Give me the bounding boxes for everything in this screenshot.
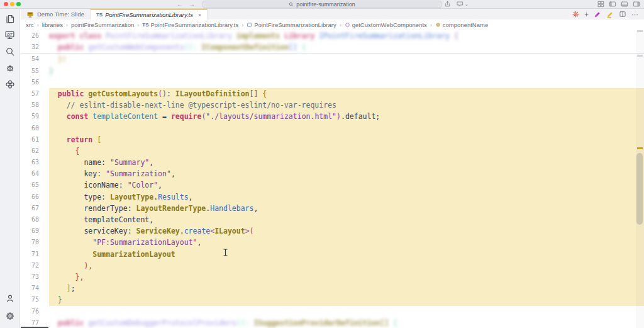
line-content: }) [49, 54, 644, 65]
code-line-66[interactable]: 66 type: LayoutType.Results, [21, 191, 644, 203]
code-line-70[interactable]: 70 "PF:SummarizationLayout", [21, 237, 644, 248]
settings-gear-icon[interactable] [4, 310, 15, 321]
line-number: 69 [21, 225, 49, 237]
line-number: 74 [21, 283, 49, 294]
code-line-61[interactable]: 61 return [ [21, 134, 644, 145]
breadcrumb-item[interactable]: libraries [42, 21, 63, 28]
line-number: 64 [21, 168, 49, 179]
scrollbar-thumb[interactable] [636, 153, 643, 225]
editor-scrollbar[interactable] [636, 30, 644, 328]
line-number: 71 [21, 249, 49, 260]
code-line-72[interactable]: 72 ), [21, 260, 644, 271]
svg-text:DT: DT [8, 33, 13, 37]
line-content: serviceKey: ServiceKey.create<ILayout>( [49, 225, 644, 237]
line-content: public getCustomWebComponents(): ICompon… [49, 42, 644, 53]
extensions-icon[interactable] [4, 79, 15, 89]
feedback-icon[interactable]: ⌄ [456, 1, 469, 8]
code-line-32[interactable]: 32 public getCustomWebComponents(): ICom… [21, 42, 644, 53]
line-content: renderType: LayoutRenderType.Handlebars, [49, 203, 644, 214]
grid-layout-icon[interactable] [597, 1, 604, 8]
code-line-63[interactable]: 63 name: "Summary", [21, 157, 644, 168]
line-number: 67 [21, 203, 49, 214]
breadcrumb-separator: › [37, 22, 39, 28]
code-line-77[interactable]: 77 public getCustomDebuggerProtocolProvi… [21, 317, 644, 328]
line-content [49, 77, 644, 88]
tab-label: PointFireSummarizationLibrary.ts [105, 11, 193, 18]
code-line-62[interactable]: 62 { [21, 145, 644, 157]
share-icon[interactable] [444, 1, 451, 8]
code-line-65[interactable]: 65 iconName: "Color", [21, 179, 644, 191]
account-icon[interactable] [4, 293, 15, 303]
editor-tab-inactive[interactable]: Demo Time: Slide [21, 9, 91, 20]
code-line-68[interactable]: 68 templateContent, [21, 214, 644, 225]
line-number: 26 [21, 30, 49, 42]
forward-icon[interactable]: → [189, 1, 195, 8]
line-content: // eslint-disable-next-line @typescript-… [49, 99, 644, 111]
code-line-60[interactable]: 60 [21, 123, 644, 134]
code-line-67[interactable]: 67 renderType: LayoutRenderType.Handleba… [21, 203, 644, 214]
code-line-57[interactable]: 57 public getCustomLayouts(): ILayoutDef… [21, 88, 644, 99]
code-line-73[interactable]: 73 }, [21, 271, 644, 283]
layout-sidebar-right-icon[interactable] [633, 1, 640, 8]
code-line-76[interactable]: 76 [21, 306, 644, 317]
highlight-purple-icon[interactable] [594, 11, 601, 18]
split-editor-icon[interactable] [619, 11, 626, 18]
explorer-icon[interactable] [4, 13, 15, 24]
editor-tab-active[interactable]: TSPointFireSummarizationLibrary.ts× [91, 9, 208, 20]
code-line-74[interactable]: 74 ]; [21, 283, 644, 294]
debug-icon[interactable] [4, 62, 15, 73]
line-content [49, 123, 644, 134]
line-number: 75 [21, 294, 49, 305]
layout-panel-icon[interactable] [621, 1, 628, 8]
line-content: { [49, 145, 644, 157]
code-line-55[interactable]: 55} [21, 65, 644, 77]
line-content: public getCustomDebuggerProtocolProvider… [49, 317, 644, 328]
breadcrumb-item[interactable]: getCustomWebComponents [345, 21, 427, 28]
line-number: 68 [21, 214, 49, 225]
breadcrumb-item[interactable]: src [26, 21, 34, 28]
minimize-window-button[interactable] [10, 2, 14, 6]
line-number: 73 [21, 271, 49, 283]
layout-sidebar-left-icon[interactable] [609, 1, 616, 8]
code-line-54[interactable]: 54 }) [21, 54, 644, 65]
code-line-58[interactable]: 58 // eslint-disable-next-line @typescri… [21, 99, 644, 111]
code-line-59[interactable]: 59 const templateContent = require("./la… [21, 111, 644, 122]
mouse-ibeam-cursor [223, 247, 228, 259]
tab-label: Demo Time: Slide [37, 11, 84, 18]
titlebar: ← → pointfire-summarization ⌄ [0, 0, 644, 9]
breadcrumb-item[interactable]: TSPointFireSummarizationLibrary.ts [142, 21, 238, 28]
editor-group: Demo Time: SlideTSPointFireSummarization… [21, 9, 644, 328]
code-line-56[interactable]: 56 [21, 77, 644, 88]
tab-bar: Demo Time: SlideTSPointFireSummarization… [21, 9, 644, 20]
line-number: 65 [21, 179, 49, 191]
demo-time-icon[interactable]: DT [4, 30, 15, 40]
command-center-search[interactable]: pointfire-summarization [203, 1, 441, 8]
symbol-class-icon [247, 22, 252, 28]
code-line-75[interactable]: 75 } [21, 294, 644, 305]
ts-file-icon: TS [142, 22, 148, 28]
code-line-71[interactable]: 71 SummarizationLayout [21, 249, 644, 260]
line-number: 61 [21, 134, 49, 145]
breadcrumb-item[interactable]: PointFireSummarizationLibrary [247, 21, 336, 28]
code-line-26[interactable]: 26export class PointFireSummarizationLib… [21, 30, 644, 42]
line-content: "PF:SummarizationLayout", [49, 237, 644, 248]
breadcrumb-item[interactable]: componentName [435, 21, 488, 28]
new-file-icon[interactable]: + [584, 11, 589, 18]
close-window-button[interactable] [4, 2, 8, 6]
code-line-69[interactable]: 69 serviceKey: ServiceKey.create<ILayout… [21, 225, 644, 237]
code-editor[interactable]: 26export class PointFireSummarizationLib… [21, 30, 644, 328]
code-line-64[interactable]: 64 key: "Summarization", [21, 168, 644, 179]
line-content: return [ [49, 134, 644, 145]
line-number: 66 [21, 191, 49, 203]
back-icon[interactable]: ← [177, 1, 183, 8]
close-tab-icon[interactable]: × [198, 12, 201, 18]
breadcrumb-item[interactable]: pointFireSummarization [71, 21, 134, 28]
highlight-yellow-icon[interactable] [606, 11, 614, 18]
breadcrumb-separator: › [430, 22, 432, 28]
overview-ruler-mark [637, 147, 643, 149]
breadcrumb-separator: › [340, 22, 341, 28]
demo-time-start-icon[interactable] [572, 11, 579, 18]
zoom-window-button[interactable] [16, 2, 21, 6]
search-icon[interactable] [4, 46, 15, 57]
more-actions-icon[interactable]: ⋯ [631, 12, 639, 17]
